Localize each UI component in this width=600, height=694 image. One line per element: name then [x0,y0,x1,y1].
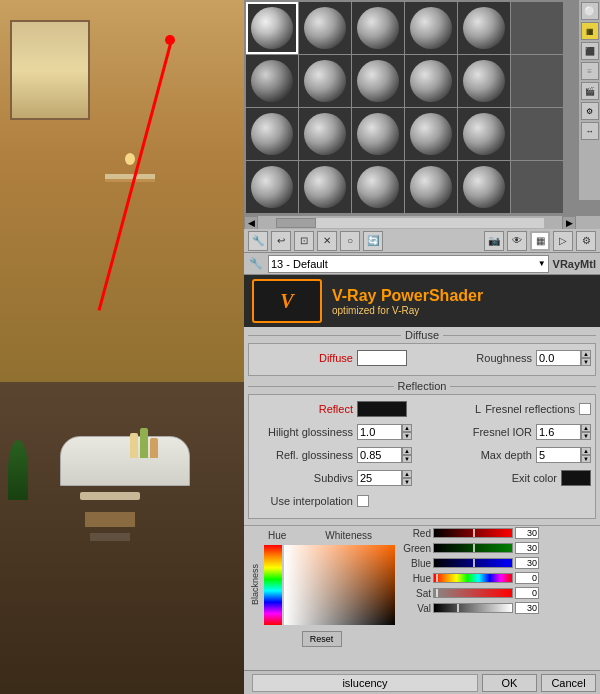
sat-val-square[interactable] [284,545,395,625]
toolbar-delete-btn[interactable]: ✕ [317,231,337,251]
ok-button[interactable]: OK [482,674,537,692]
mat-cell-3[interactable] [405,2,457,54]
sat-slider[interactable] [433,588,513,598]
scroll-left-btn[interactable]: ◀ [244,216,258,230]
use-interp-refl-checkbox[interactable] [357,495,369,507]
vt-btn-2[interactable]: ▦ [581,22,599,40]
toolbar-active-btn[interactable]: ▦ [530,231,550,251]
blue-slider-label: Blue [401,558,431,569]
subdivs-refl-spinbox[interactable]: 25 ▲ ▼ [357,470,412,486]
toolbar-camera-btn[interactable]: 📷 [484,231,504,251]
vt-btn-4[interactable]: ≡ [581,62,599,80]
max-depth-refl-value[interactable]: 5 [536,447,581,463]
max-depth-refl-down[interactable]: ▼ [581,455,591,463]
refl-gloss-up[interactable]: ▲ [402,447,412,455]
hue-slider[interactable] [433,573,513,583]
toolbar-undo-btn[interactable]: ↩ [271,231,291,251]
mat-cell-1[interactable] [299,2,351,54]
max-depth-refl-up[interactable]: ▲ [581,447,591,455]
toolbar-sphere-btn[interactable]: ○ [340,231,360,251]
material-name-dropdown[interactable]: 13 - Default ▼ [268,255,549,273]
hilight-up[interactable]: ▲ [402,424,412,432]
toolbar-wand-btn[interactable]: 🔧 [248,231,268,251]
val-slider[interactable] [433,603,513,613]
mat-cell-19[interactable] [299,161,351,213]
toolbar-copy-btn[interactable]: ⊡ [294,231,314,251]
toolbar-nav-btn[interactable]: 🔄 [363,231,383,251]
red-value[interactable] [515,527,539,539]
subdivs-refl-up[interactable]: ▲ [402,470,412,478]
mat-cell-0[interactable] [246,2,298,54]
reflect-color-swatch[interactable] [357,401,407,417]
mat-cell-9[interactable] [405,55,457,107]
green-slider[interactable] [433,543,513,553]
mat-cell-4[interactable] [458,2,510,54]
scrollbar-thumb[interactable] [276,218,316,228]
mat-cell-22[interactable] [458,161,510,213]
mat-cell-17[interactable] [511,108,563,160]
mat-cell-6[interactable] [246,55,298,107]
fresnel-ior-spinbox[interactable]: 1.6 ▲ ▼ [536,424,591,440]
mat-cell-5[interactable] [511,2,563,54]
green-value[interactable] [515,542,539,554]
vt-btn-7[interactable]: ↔ [581,122,599,140]
hue-strip[interactable] [264,545,282,625]
exit-color-refl-swatch[interactable] [561,470,591,486]
roughness-value[interactable]: 0.0 [536,350,581,366]
fresnel-ior-up[interactable]: ▲ [581,424,591,432]
max-depth-refl-spinbox[interactable]: 5 ▲ ▼ [536,447,591,463]
blue-slider[interactable] [433,558,513,568]
mat-cell-10[interactable] [458,55,510,107]
subdivs-refl-value[interactable]: 25 [357,470,402,486]
refl-gloss-spinbox[interactable]: 0.85 ▲ ▼ [357,447,412,463]
scrollbar-track[interactable] [276,218,544,228]
mat-cell-12[interactable] [246,108,298,160]
roughness-up[interactable]: ▲ [581,350,591,358]
hilight-down[interactable]: ▼ [402,432,412,440]
hilight-value[interactable]: 1.0 [357,424,402,440]
cancel-button[interactable]: Cancel [541,674,596,692]
reset-button[interactable]: Reset [302,631,342,647]
toolbar-render-btn[interactable]: ▷ [553,231,573,251]
translucency-tab[interactable]: islucency [252,674,478,692]
color-reset-row: Reset [248,631,395,647]
mat-cell-16[interactable] [458,108,510,160]
whiteness-label: Whiteness [325,530,372,541]
mat-cell-14[interactable] [352,108,404,160]
hilight-spinbox[interactable]: 1.0 ▲ ▼ [357,424,412,440]
blue-value[interactable] [515,557,539,569]
refl-gloss-down[interactable]: ▼ [402,455,412,463]
vt-btn-3[interactable]: ⬛ [581,42,599,60]
material-selector-row: 🔧 13 - Default ▼ VRayMtl [244,253,600,275]
sat-value[interactable] [515,587,539,599]
mat-cell-7[interactable] [299,55,351,107]
mat-cell-18[interactable] [246,161,298,213]
translucency-label: islucency [342,677,387,689]
subdivs-refl-down[interactable]: ▼ [402,478,412,486]
mat-cell-2[interactable] [352,2,404,54]
mat-cell-8[interactable] [352,55,404,107]
hue-value[interactable] [515,572,539,584]
mat-cell-15[interactable] [405,108,457,160]
material-scrollbar[interactable]: ◀ ▶ [244,215,600,229]
red-slider[interactable] [433,528,513,538]
mat-cell-20[interactable] [352,161,404,213]
vt-btn-1[interactable]: ⚪ [581,2,599,20]
mat-cell-23[interactable] [511,161,563,213]
roughness-spinbox[interactable]: 0.0 ▲ ▼ [536,350,591,366]
diffuse-color-swatch[interactable] [357,350,407,366]
fresnel-ior-value[interactable]: 1.6 [536,424,581,440]
mat-cell-21[interactable] [405,161,457,213]
refl-gloss-value[interactable]: 0.85 [357,447,402,463]
toolbar-eye-btn[interactable]: 👁 [507,231,527,251]
mat-cell-11[interactable] [511,55,563,107]
fresnel-checkbox[interactable] [579,403,591,415]
roughness-down[interactable]: ▼ [581,358,591,366]
val-value[interactable] [515,602,539,614]
mat-cell-13[interactable] [299,108,351,160]
vt-btn-6[interactable]: ⚙ [581,102,599,120]
fresnel-ior-down[interactable]: ▼ [581,432,591,440]
toolbar-settings-btn[interactable]: ⚙ [576,231,596,251]
scroll-right-btn[interactable]: ▶ [562,216,576,230]
vt-btn-5[interactable]: 🎬 [581,82,599,100]
